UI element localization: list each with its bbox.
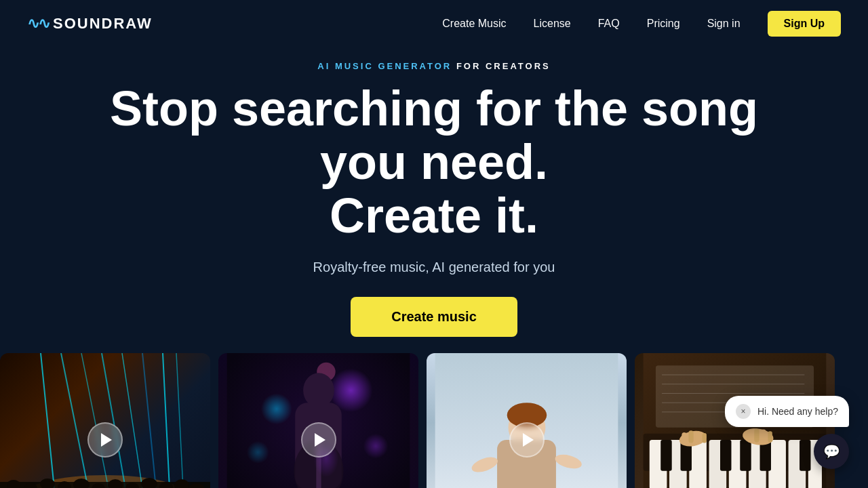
navigation: ∿∿ SOUNDRAW Create Music License FAQ Pri…: [0, 0, 868, 47]
chat-bubble-text: Hi. Need any help?: [757, 406, 838, 417]
nav-links: Create Music License FAQ Pricing Sign in…: [442, 11, 841, 37]
chat-toggle-icon: 💬: [823, 443, 840, 460]
hero-title-line1: Stop searching for the song you need.: [110, 81, 758, 189]
hero-subtitle: Royalty-free music, AI generated for you: [14, 260, 854, 275]
svg-line-1: [41, 353, 54, 488]
chat-toggle-button[interactable]: 💬: [814, 434, 849, 469]
svg-rect-62: [695, 431, 700, 442]
signin-link[interactable]: Sign in: [707, 18, 741, 30]
svg-rect-60: [682, 432, 686, 443]
create-music-button[interactable]: Create music: [351, 297, 517, 337]
nav-pricing[interactable]: Pricing: [647, 18, 680, 30]
concert-lights: [0, 353, 210, 488]
logo[interactable]: ∿∿ SOUNDRAW: [27, 15, 153, 33]
chat-widget: × Hi. Need any help? 💬: [725, 396, 849, 469]
svg-line-3: [81, 353, 108, 488]
svg-line-8: [176, 353, 183, 488]
concert-image: [0, 353, 210, 488]
svg-point-26: [363, 433, 389, 458]
lying-card: [427, 353, 627, 488]
hero-title-line2: Create it.: [330, 188, 538, 243]
logo-wave-icon: ∿∿: [27, 15, 49, 33]
guitar-play-button[interactable]: [301, 422, 336, 458]
logo-wordmark: SOUNDRAW: [53, 15, 153, 33]
svg-point-27: [247, 441, 269, 463]
svg-line-7: [163, 353, 170, 488]
nav-license[interactable]: License: [534, 18, 571, 30]
lying-svg: [427, 353, 627, 488]
concert-play-button[interactable]: [87, 422, 123, 458]
nav-create-music[interactable]: Create Music: [442, 18, 506, 30]
svg-point-25: [261, 393, 292, 424]
svg-line-6: [142, 353, 156, 488]
hero-tagline-for: FOR CREATORS: [456, 61, 551, 71]
lying-image: [427, 353, 627, 488]
svg-point-29: [303, 373, 334, 407]
hero-title: Stop searching for the song you need. Cr…: [61, 82, 807, 243]
svg-rect-63: [703, 433, 707, 443]
guitar-image: [218, 353, 418, 488]
svg-rect-52: [660, 440, 671, 471]
svg-line-5: [122, 353, 142, 488]
chat-bubble: × Hi. Need any help?: [725, 396, 849, 427]
svg-rect-45: [689, 440, 707, 488]
svg-point-20: [174, 479, 189, 488]
hero-section: AI MUSIC GENERATOR FOR CREATORS Stop sea…: [0, 47, 868, 337]
svg-point-10: [7, 480, 20, 488]
guitar-svg: [218, 353, 418, 488]
lying-play-button[interactable]: [509, 422, 545, 458]
svg-rect-61: [688, 430, 693, 443]
signup-button[interactable]: Sign Up: [768, 11, 841, 37]
guitar-card: [218, 353, 418, 488]
hero-tagline: AI MUSIC GENERATOR FOR CREATORS: [14, 61, 854, 71]
concert-card: [0, 353, 210, 488]
nav-faq[interactable]: FAQ: [598, 18, 620, 30]
svg-line-4: [102, 353, 125, 488]
svg-line-2: [61, 353, 88, 488]
chat-close-button[interactable]: ×: [736, 404, 751, 419]
hero-tagline-ai: AI MUSIC GENERATOR: [317, 61, 452, 71]
